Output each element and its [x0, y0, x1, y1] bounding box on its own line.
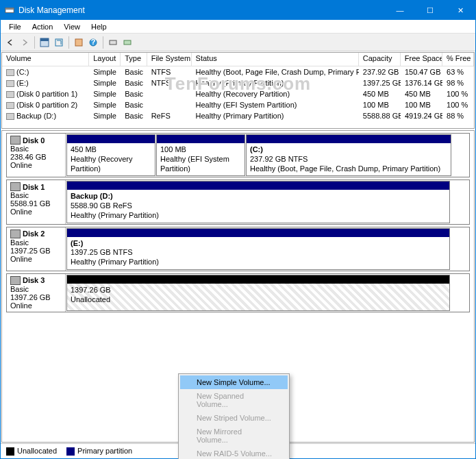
column-freespace[interactable]: Free Space: [401, 53, 442, 66]
legend-unallocated: Unallocated: [6, 447, 57, 456]
drive-icon: [6, 80, 14, 87]
column-volume[interactable]: Volume: [2, 53, 89, 66]
column-layout[interactable]: Layout: [89, 53, 121, 66]
partition[interactable]: 450 MBHealthy (Recovery Partition): [66, 134, 155, 176]
unallocated-space[interactable]: 1397.26 GBUnallocated: [66, 275, 450, 311]
toolbar-icon[interactable]: [121, 36, 134, 49]
column-filesystem[interactable]: File System: [147, 53, 192, 66]
column-pctfree[interactable]: % Free: [442, 53, 474, 66]
toolbar-icon[interactable]: [106, 36, 120, 49]
context-menu: New Simple Volume...New Spanned Volume..…: [178, 373, 290, 459]
menu-action[interactable]: Action: [27, 21, 59, 32]
disk-icon: [10, 276, 21, 285]
menu-file[interactable]: File: [3, 21, 27, 32]
table-row[interactable]: (C:)SimpleBasicNTFSHealthy (Boot, Page F…: [2, 66, 474, 77]
disk-header[interactable]: Disk 0Basic238.46 GBOnline: [7, 134, 66, 177]
menubar: File Action View Help: [1, 20, 475, 34]
menu-help[interactable]: Help: [86, 21, 112, 32]
toolbar-icon[interactable]: [38, 36, 51, 49]
partition[interactable]: (C:)237.92 GB NTFSHealthy (Boot, Page Fi…: [246, 134, 451, 176]
disk-row: Disk 3Basic1397.26 GBOnline1397.26 GBUna…: [6, 273, 470, 312]
minimize-button[interactable]: —: [385, 1, 415, 20]
toolbar-icon[interactable]: [72, 36, 86, 49]
column-capacity[interactable]: Capacity: [359, 53, 401, 66]
maximize-button[interactable]: ☐: [415, 1, 445, 20]
table-header: Volume Layout Type File System Status Ca…: [2, 53, 474, 66]
titlebar[interactable]: Disk Management — ☐ ✕: [1, 1, 475, 20]
disk-header[interactable]: Disk 2Basic1397.25 GBOnline: [7, 227, 66, 271]
drive-icon: [6, 102, 14, 109]
context-menu-item[interactable]: New Simple Volume...: [180, 375, 288, 389]
svg-rect-9: [124, 40, 131, 45]
drive-icon: [6, 69, 14, 76]
refresh-button[interactable]: [52, 36, 66, 49]
toolbar: ?: [1, 34, 475, 51]
svg-rect-1: [5, 8, 14, 10]
partition[interactable]: 100 MBHealthy (EFI System Partition): [156, 134, 245, 176]
disk-row: Disk 1Basic5588.91 GBOnlineBackup (D:)55…: [6, 179, 470, 224]
drive-icon: [6, 113, 14, 120]
context-menu-item: New RAID-5 Volume...: [180, 447, 288, 459]
disk-header[interactable]: Disk 3Basic1397.26 GBOnline: [7, 274, 66, 312]
table-row[interactable]: (Disk 0 partition 1)SimpleBasicHealthy (…: [2, 88, 474, 99]
close-button[interactable]: ✕: [445, 1, 475, 20]
disk-row: Disk 0Basic238.46 GBOnline450 MBHealthy …: [6, 133, 470, 177]
partition[interactable]: Backup (D:)5588.90 GB ReFSHealthy (Prima…: [66, 181, 450, 223]
drive-icon: [6, 91, 14, 98]
help-button[interactable]: ?: [86, 36, 100, 49]
window-title: Disk Management: [18, 5, 385, 15]
context-menu-item: New Spanned Volume...: [180, 389, 288, 411]
context-menu-item: New Striped Volume...: [180, 411, 288, 425]
svg-rect-5: [75, 39, 82, 46]
forward-button[interactable]: [18, 36, 32, 49]
content-area: TenForums.com Volume Layout Type File Sy…: [1, 51, 475, 458]
back-button[interactable]: [3, 36, 17, 49]
disk-icon: [10, 182, 21, 191]
disk-header[interactable]: Disk 1Basic5588.91 GBOnline: [7, 180, 66, 223]
partition[interactable]: (E:)1397.25 GB NTFSHealthy (Primary Part…: [66, 228, 450, 270]
app-icon: [5, 5, 14, 15]
app-window: Disk Management — ☐ ✕ File Action View H…: [0, 0, 476, 459]
disk-icon: [10, 230, 21, 238]
table-row[interactable]: (Disk 0 partition 2)SimpleBasicHealthy (…: [2, 99, 474, 110]
column-type[interactable]: Type: [121, 53, 147, 66]
svg-text:?: ?: [91, 38, 96, 46]
svg-rect-8: [110, 40, 116, 45]
menu-view[interactable]: View: [58, 21, 86, 32]
table-row[interactable]: (E:)SimpleBasicNTFSHealthy (Primary Part…: [2, 77, 474, 88]
table-row[interactable]: Backup (D:)SimpleBasicReFSHealthy (Prima…: [2, 110, 474, 121]
svg-rect-3: [40, 38, 49, 41]
disk-row: Disk 2Basic1397.25 GBOnline(E:)1397.25 G…: [6, 227, 470, 271]
volume-list[interactable]: Volume Layout Type File System Status Ca…: [1, 52, 475, 129]
disk-icon: [10, 136, 21, 145]
legend-primary: Primary partition: [66, 447, 132, 456]
context-menu-item: New Mirrored Volume...: [180, 425, 288, 447]
column-status[interactable]: Status: [192, 53, 359, 66]
